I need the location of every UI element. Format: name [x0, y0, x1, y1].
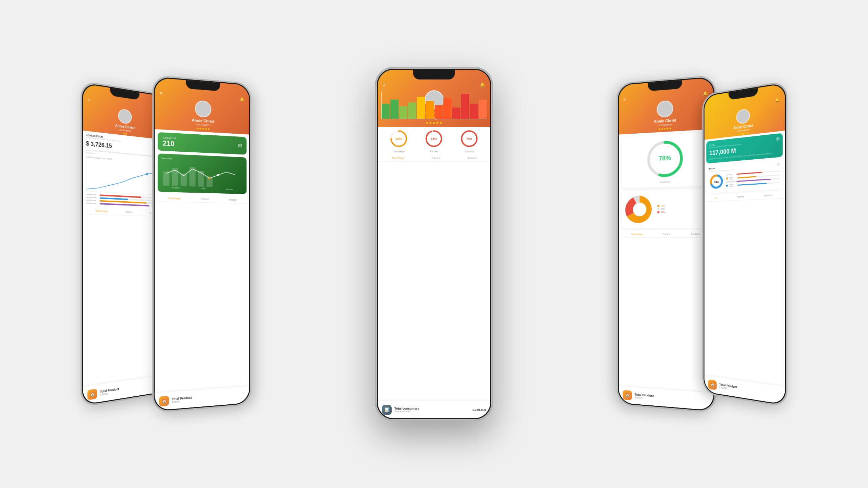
- svg-text:53%: 53%: [431, 137, 437, 141]
- user-location: Los Angeles: [658, 123, 673, 127]
- menu-icon: ≡: [88, 97, 90, 102]
- bottom-bar: 📊 Total consumers American area 1.039.00…: [378, 401, 490, 418]
- home-icon[interactable]: 🏠: [708, 379, 717, 390]
- svg-point-0: [146, 173, 148, 175]
- phone-5-body: ⊕ IPSUM Contrary to popular belief. Lore…: [704, 131, 785, 386]
- notch: [110, 88, 140, 100]
- bottom-text: Total Product 456000: [632, 393, 709, 404]
- svg-point-9: [217, 174, 219, 176]
- circle-total-graph: 42% Total Graph: [389, 129, 408, 153]
- svg-rect-2: [163, 171, 169, 186]
- pie-card: 78% 24% 12%: [621, 188, 710, 228]
- phone-5-header: 🔔 Annie Christ Los Angeles ★★★★★: [704, 84, 785, 140]
- menu-icon: ≡: [160, 91, 162, 96]
- user-name: Annie Christ: [192, 118, 214, 124]
- user-stars: ★★★★★: [196, 127, 210, 131]
- nav-tabs[interactable]: Total Graph Partner Amazon: [378, 155, 490, 162]
- consumers-icon[interactable]: 📊: [382, 405, 392, 415]
- svg-rect-6: [198, 171, 204, 187]
- nav-tabs[interactable]: h... Partner Amazon: [706, 191, 783, 202]
- menu-icon: ≡: [623, 97, 626, 102]
- chart-card: Sales Chart: [158, 153, 247, 194]
- nav-tabs[interactable]: Total Graph Partner Amazon: [621, 230, 710, 238]
- phone-2-body: Categories 210 ✉ Sales Chart: [155, 129, 249, 393]
- phone-1-header: ≡ 🔔 Annie Christ Los Angeles ★★: [83, 84, 164, 140]
- user-stars: ★★★★★: [425, 121, 443, 125]
- progress-circles: 42% Total Graph 53% Partner: [378, 127, 490, 155]
- bell-icon: 🔔: [703, 91, 708, 96]
- progress-bars: LOREM IPSUM 75% LOREM IPSUM 50% LOREM IP…: [86, 193, 161, 207]
- circle-amazon: 78% Amazon: [460, 129, 479, 153]
- home-icon[interactable]: 🏠: [87, 388, 97, 400]
- avatar: [736, 108, 750, 124]
- bottom-text: Total Product 456000: [717, 382, 781, 398]
- phone-4-header: ≡ 🔔 Annie Christ Los Angeles ★★★★★: [619, 78, 713, 135]
- donut-card: ⊕ IPSUM Contrary to popular belief. Lore…: [706, 159, 783, 193]
- bottom-title: Total consumers: [394, 407, 472, 410]
- bell-icon: 🔔: [775, 97, 780, 103]
- avatar: [657, 100, 673, 118]
- bar-chart: 300240160800: [381, 91, 487, 119]
- notch: [413, 70, 455, 79]
- nav-tabs[interactable]: Total Graph Partner Amazon: [158, 195, 247, 204]
- phones-container: ≡ 🔔 Annie Christ Los Angeles ★★ LOREM IP…: [52, 36, 816, 452]
- svg-text:78%: 78%: [659, 154, 671, 162]
- bottom-text: Total consumers American area: [392, 407, 472, 413]
- categories-card: Categories 210 ✉: [158, 132, 247, 155]
- categories-value: 210: [162, 139, 176, 148]
- mini-chart: [161, 161, 243, 188]
- phone-4-body: 78% Amazon: [619, 129, 713, 393]
- bar-chart-area: 300 300240160800: [378, 86, 490, 119]
- svg-text:42%: 42%: [396, 137, 402, 141]
- gauge-card: 78% Amazon: [621, 132, 710, 188]
- home-icon[interactable]: 🏠: [159, 396, 169, 406]
- user-location: Los Angeles: [195, 123, 210, 127]
- bottom-number: 1.039.000: [472, 408, 486, 412]
- bottom-text: Total Product 456000: [169, 392, 245, 404]
- phone-2-header: ≡ 🔔 Annie Christ Los Angeles ★★★★★: [155, 78, 249, 135]
- circle-partner: 53% Partner: [424, 129, 443, 153]
- bell-icon: 🔔: [240, 97, 244, 102]
- svg-text:78%: 78%: [466, 137, 472, 141]
- bottom-sub: American area: [394, 410, 472, 413]
- notch: [648, 80, 682, 91]
- avatar: [195, 100, 211, 118]
- phone-5: 🔔 Annie Christ Los Angeles ★★★★★ ⊕ IPSUM…: [702, 81, 787, 407]
- user-name: Annie Christ: [654, 118, 676, 124]
- phone-3: ≡ 🔔 Annie Christ Los Angeles ★★★★★ Categ…: [375, 67, 493, 421]
- home-icon[interactable]: 🏠: [623, 390, 632, 400]
- svg-text:314: 314: [714, 180, 719, 184]
- line-chart: 201220132014201520172018: [86, 159, 161, 195]
- phone-1-body: LOREM IPSUM Contrary to popular belief, …: [83, 131, 164, 404]
- nav-tabs[interactable]: Total Graph Partner A...: [86, 207, 161, 217]
- phone-4: ≡ 🔔 Annie Christ Los Angeles ★★★★★: [617, 75, 716, 413]
- gauge-label: Amazon: [660, 180, 670, 184]
- notch: [186, 80, 220, 91]
- phone-2: ≡ 🔔 Annie Christ Los Angeles ★★★★★ Categ…: [152, 75, 252, 413]
- user-stars: ★★★★★: [658, 127, 671, 131]
- bottom-text: Total Product 456000: [97, 381, 160, 396]
- avatar: [118, 108, 132, 124]
- notch: [728, 88, 758, 100]
